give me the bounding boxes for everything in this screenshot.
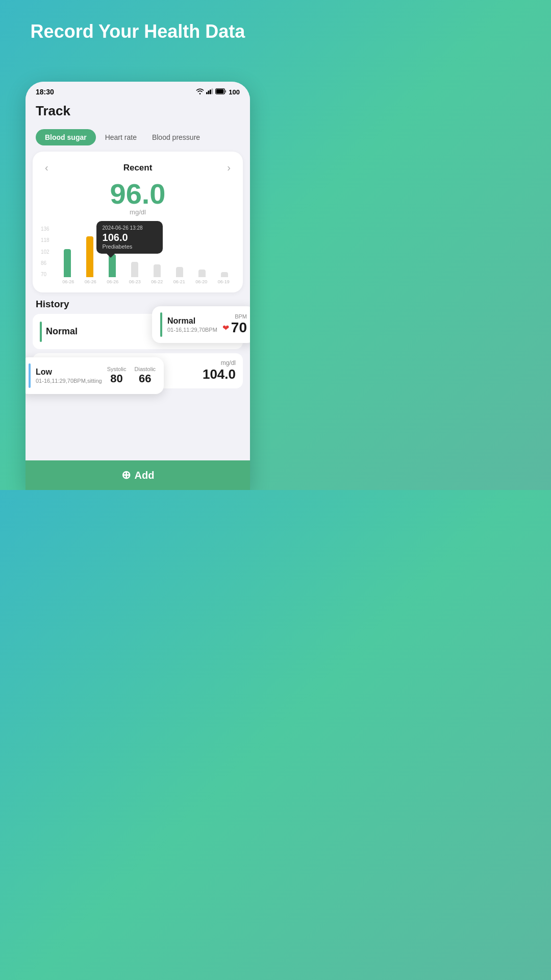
add-button[interactable]: ⊕ Add (26, 460, 250, 490)
status-indicator-green (40, 322, 42, 342)
y-label-102: 102 (41, 249, 55, 255)
row-label-1: Normal (46, 326, 78, 337)
tab-bar: Blood sugar Heart rate Blood pressure (26, 125, 250, 152)
row-value-2: mg/dl 104.0 (203, 359, 236, 382)
bar-1 (57, 226, 78, 277)
x-label-1: 06-26 (57, 279, 80, 284)
status-bar: 18:30 (26, 82, 250, 99)
bp-values: Systolic 80 Diastolic 66 (107, 366, 156, 385)
x-label-6: 06-21 (168, 279, 191, 284)
app-title: Track (36, 103, 240, 119)
tooltip-bubble: 2024-06-26 13:28 106.0 Prediabetes (96, 221, 163, 254)
y-label-70: 70 (41, 272, 55, 277)
x-label-7: 06-20 (190, 279, 213, 284)
x-label-3: 06-26 (102, 279, 124, 284)
add-button-label: Add (135, 470, 155, 481)
tooltip-arrow (107, 254, 115, 258)
heart-icon: ❤ (222, 323, 229, 333)
svg-rect-0 (206, 92, 208, 94)
page-title: Record Your Health Data (0, 0, 276, 53)
card-indicator-blue (29, 363, 31, 388)
chart-period-label: Recent (123, 163, 153, 173)
y-label-86: 86 (41, 260, 55, 266)
card-indicator-green (160, 312, 162, 337)
phone-frame: 18:30 (26, 82, 250, 490)
signal-icon (206, 88, 213, 96)
chart-card: ‹ Recent › 96.0 mg/dl 136 118 102 86 70 (33, 152, 243, 292)
tooltip-date: 2024-06-26 13:28 (103, 225, 157, 231)
floating-card-heart-rate: Normal 01-16,11:29,70BPM BPM ❤ 70 (152, 306, 250, 343)
add-icon: ⊕ (121, 469, 131, 482)
status-icons: 100 (196, 88, 240, 96)
tooltip-status: Prediabetes (103, 243, 157, 250)
svg-rect-3 (212, 88, 213, 94)
next-period-button[interactable]: › (223, 160, 235, 176)
x-label-5: 06-22 (146, 279, 168, 284)
svg-rect-5 (216, 89, 224, 93)
x-label-4: 06-23 (124, 279, 146, 284)
svg-rect-1 (208, 90, 210, 94)
y-label-136: 136 (41, 226, 55, 232)
row-left-1: Normal (40, 322, 78, 342)
x-labels: 06-26 06-26 06-26 06-23 06-22 06-21 06-2… (41, 279, 235, 284)
bar-8 (214, 226, 235, 277)
bar-7 (192, 226, 212, 277)
x-label-8: 06-19 (213, 279, 235, 284)
value-unit: mg/dl (41, 208, 235, 216)
diastolic-col: Diastolic 66 (135, 366, 156, 385)
tab-blood-sugar[interactable]: Blood sugar (36, 129, 96, 145)
svg-rect-6 (225, 90, 226, 92)
x-label-2: 06-26 (80, 279, 102, 284)
wifi-icon (196, 88, 204, 96)
battery-icon (215, 88, 227, 96)
y-label-118: 118 (41, 237, 55, 243)
tooltip-value: 106.0 (103, 232, 157, 243)
card-info-bp: Low 01-16,11:29,70BPM,sitting (36, 368, 102, 384)
card-info-heart: Normal 01-16,11:29,70BPM (167, 316, 217, 333)
current-value: 96.0 (41, 180, 235, 208)
bar-6 (169, 226, 190, 277)
status-time: 18:30 (36, 88, 54, 96)
chart-navigation: ‹ Recent › (41, 160, 235, 176)
tab-blood-pressure[interactable]: Blood pressure (146, 129, 206, 145)
app-header: Track (26, 99, 250, 125)
card-value-heart: BPM ❤ 70 (222, 313, 247, 336)
systolic-col: Systolic 80 (107, 366, 127, 385)
floating-card-blood-pressure: Low 01-16,11:29,70BPM,sitting Systolic 8… (26, 357, 164, 394)
tab-heart-rate[interactable]: Heart rate (99, 129, 143, 145)
svg-rect-2 (210, 89, 211, 94)
battery-level: 100 (229, 88, 240, 96)
prev-period-button[interactable]: ‹ (41, 160, 53, 176)
bar-chart: 136 118 102 86 70 2024-06-26 13:28 106.0… (41, 221, 235, 284)
